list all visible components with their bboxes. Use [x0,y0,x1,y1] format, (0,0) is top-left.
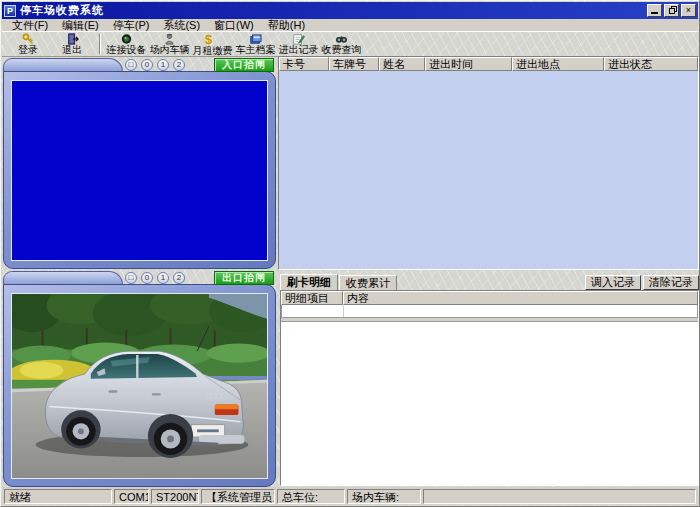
exit-view-1-button[interactable]: 1 [157,272,169,284]
detail-content-cell [344,305,697,317]
inout-records-button[interactable]: 进出记录 [278,33,319,55]
toolbar-label: 退出 [62,45,82,55]
toolbar-label: 月租缴费 [193,46,233,56]
toolbar-label: 场内车辆 [150,45,190,55]
status-com-port: COM1 [114,489,149,504]
titlebar: P 停车场收费系统 × [2,2,698,19]
tab-card-detail[interactable]: 刷卡明细 [280,274,338,290]
col-name[interactable]: 姓名 [379,57,425,71]
exit-gate-open-button[interactable]: 出口抬闸 [214,271,274,285]
minimize-button[interactable] [647,4,662,17]
toolbar-separator [99,34,101,54]
entry-camera-panel: □ 0 1 2 入口抬闸 [3,58,276,269]
fee-query-button[interactable]: 收费查询 [321,33,362,55]
status-inside-vehicles: 场内车辆: [347,489,421,504]
entry-video-feed [11,80,268,261]
status-device-model: ST200NT2 [151,489,199,504]
records-header: 卡号 车牌号 姓名 进出时间 进出地点 进出状态 [279,57,698,71]
card-detail-table[interactable]: 明细项目 内容 [280,290,699,486]
records-list-body[interactable] [279,71,698,269]
exit-view-buttons: □ 0 1 2 [125,272,185,284]
col-inout-status[interactable]: 进出状态 [604,57,698,71]
monthly-fee-icon: $ [205,33,220,46]
toolbar-label: 收费查询 [322,45,362,55]
col-inout-place[interactable]: 进出地点 [512,57,604,71]
entry-view-1-button[interactable]: 1 [157,59,169,71]
exit-camera-frame [3,284,276,487]
app-window: P 停车场收费系统 × 文件(F) 编辑(E) 停车(P) 系统(S) 窗口(W… [0,0,700,507]
status-ready: 就绪 [4,489,112,504]
restore-button[interactable] [664,4,679,17]
app-icon: P [4,5,16,17]
status-operator: 【系统管理员】 [201,489,275,504]
menubar: 文件(F) 编辑(E) 停车(P) 系统(S) 窗口(W) 帮助(H) [2,19,698,31]
menu-file[interactable]: 文件(F) [5,19,55,31]
toolbar-label: 进出记录 [279,45,319,55]
exit-camera-panel: □ 0 1 2 出口抬闸 [3,271,276,487]
entry-view-buttons: □ 0 1 2 [125,59,185,71]
toolbar-label: 登录 [18,45,38,55]
statusbar: 就绪 COM1 ST200NT2 【系统管理员】 总车位: 场内车辆: [2,487,698,505]
exit-view-quad-button[interactable]: □ [125,272,137,284]
tab-fee-total[interactable]: 收费累计 [339,275,397,290]
menu-window[interactable]: 窗口(W) [207,19,261,31]
detail-body [281,321,698,485]
clear-records-button[interactable]: 清除记录 [643,275,699,290]
login-button[interactable]: 登录 [6,33,50,55]
col-card-number[interactable]: 卡号 [279,57,329,71]
close-button[interactable]: × [681,4,696,17]
inout-records-list[interactable]: 卡号 车牌号 姓名 进出时间 进出地点 进出状态 [278,56,699,270]
detail-empty-row [281,305,698,318]
exit-camera-car-photo [12,294,267,478]
entry-view-2-button[interactable]: 2 [173,59,185,71]
exit-view-0-button[interactable]: 0 [141,272,153,284]
logout-button[interactable]: 退出 [50,33,94,55]
inside-vehicles-button[interactable]: 场内车辆 [149,33,190,55]
status-empty-panel [423,489,696,504]
col-inout-time[interactable]: 进出时间 [425,57,512,71]
load-records-button[interactable]: 调入记录 [585,275,641,290]
detail-header: 明细项目 内容 [281,291,698,305]
detail-item-cell [282,305,344,317]
col-plate-number[interactable]: 车牌号 [329,57,379,71]
monthly-fee-button[interactable]: $ 月租缴费 [192,33,233,55]
entry-view-quad-button[interactable]: □ [125,59,137,71]
menu-help[interactable]: 帮助(H) [261,19,312,31]
col-detail-content[interactable]: 内容 [343,291,698,305]
exit-view-2-button[interactable]: 2 [173,272,185,284]
exit-video-feed [11,293,268,479]
toolbar-label: 车主档案 [236,45,276,55]
detail-tabs-row: 刷卡明细 收费累计 调入记录 清除记录 [280,274,699,290]
entry-gate-open-button[interactable]: 入口抬闸 [214,58,274,72]
col-detail-item[interactable]: 明细项目 [281,291,343,305]
entry-camera-frame [3,71,276,269]
status-total-spaces: 总车位: [277,489,345,504]
window-title: 停车场收费系统 [20,3,645,18]
owner-archive-button[interactable]: 车主档案 [235,33,276,55]
toolbar: 登录 退出 连接设备 场内车辆 [2,31,698,57]
menu-parking[interactable]: 停车(P) [106,19,157,31]
connect-device-button[interactable]: 连接设备 [106,33,147,55]
minimize-icon [651,12,658,14]
menu-edit[interactable]: 编辑(E) [55,19,106,31]
toolbar-label: 连接设备 [107,45,147,55]
restore-icon [669,8,675,14]
entry-view-0-button[interactable]: 0 [141,59,153,71]
menu-system[interactable]: 系统(S) [156,19,207,31]
entry-video-blue-screen [12,81,267,260]
